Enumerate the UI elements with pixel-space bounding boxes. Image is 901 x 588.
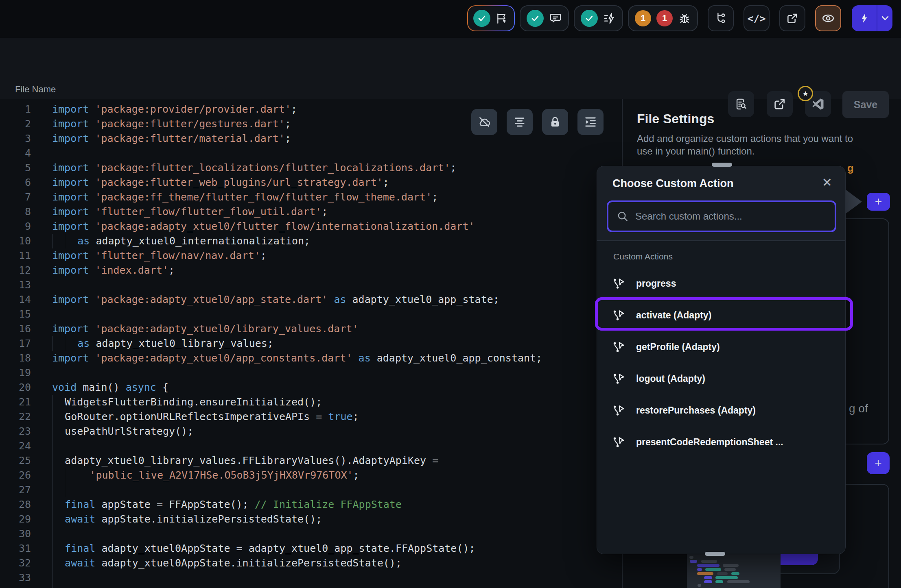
line-number: 9 bbox=[0, 219, 31, 234]
code-line: 12import 'index.dart'; bbox=[0, 263, 613, 278]
vscode-icon bbox=[811, 97, 825, 111]
custom-action-icon bbox=[612, 404, 625, 416]
code-line: 18import 'package:adapty_xtuel0/app_cons… bbox=[0, 351, 613, 366]
code-line: 16import 'package:adapty_xtuel0/library_… bbox=[0, 322, 613, 336]
clipped-gray-text: g of bbox=[849, 402, 868, 415]
top-toolbar: 1 1 bbox=[0, 0, 901, 38]
clipped-orange-text: g bbox=[847, 162, 854, 174]
search-input[interactable] bbox=[635, 211, 827, 222]
dialog-drag-handle[interactable] bbox=[712, 163, 732, 167]
code-line: 7import 'package:ff_theme/flutter_flow/f… bbox=[0, 190, 613, 205]
code-line: 20void main() async { bbox=[0, 380, 613, 395]
star-badge-icon: ★ bbox=[798, 86, 813, 101]
external-link-icon bbox=[786, 12, 799, 25]
code-line: 5import 'package:flutter_localizations/f… bbox=[0, 161, 613, 175]
line-number: 14 bbox=[0, 292, 31, 307]
line-number: 29 bbox=[0, 512, 31, 527]
code-snippet-illustration bbox=[687, 554, 781, 588]
illustration-pill bbox=[704, 580, 712, 583]
lightning-icon bbox=[852, 13, 877, 24]
custom-action-item[interactable]: getProfile (Adapty) bbox=[597, 331, 845, 363]
check-badge-icon bbox=[527, 10, 544, 27]
illustration-pill bbox=[689, 556, 693, 559]
line-number: 15 bbox=[0, 307, 31, 322]
illustration-pill bbox=[697, 572, 713, 575]
code-editor[interactable]: 1import 'package:provider/provider.dart'… bbox=[0, 99, 613, 588]
close-icon[interactable]: ✕ bbox=[822, 176, 832, 189]
code-line: 11import 'flutter_flow/nav/nav.dart'; bbox=[0, 248, 613, 263]
lock-button[interactable] bbox=[542, 109, 568, 135]
illustration-pill bbox=[724, 568, 736, 571]
code-line: 13 bbox=[0, 278, 613, 292]
format-align-button[interactable] bbox=[507, 109, 533, 135]
file-search-button[interactable] bbox=[728, 91, 754, 117]
line-number: 28 bbox=[0, 497, 31, 512]
search-box[interactable] bbox=[607, 200, 836, 232]
illustration-pill bbox=[723, 564, 739, 567]
chat-icon bbox=[549, 12, 562, 25]
dialog-drag-handle[interactable] bbox=[705, 552, 725, 556]
line-number: 27 bbox=[0, 483, 31, 497]
code-line: 27 bbox=[0, 483, 613, 497]
code-line: 34 runApp(MultiProvider( bbox=[0, 585, 613, 588]
choose-custom-action-dialog: Choose Custom Action ✕ Custom Actions pr… bbox=[597, 166, 846, 554]
preview-eye-button[interactable] bbox=[815, 5, 841, 31]
line-number: 5 bbox=[0, 161, 31, 175]
add-action-button[interactable]: + bbox=[867, 452, 890, 474]
app-window: 1 1 bbox=[0, 0, 901, 588]
dialog-title: Choose Custom Action bbox=[612, 177, 734, 190]
chevron-down-icon[interactable] bbox=[877, 16, 892, 21]
bug-icon bbox=[678, 12, 691, 25]
indent-button[interactable] bbox=[577, 109, 604, 135]
warning-count-badge: 1 bbox=[635, 10, 651, 26]
panel-description: Add and organize custom actions that you… bbox=[637, 132, 865, 157]
save-button[interactable]: Save bbox=[842, 91, 889, 118]
code-icon: </> bbox=[747, 13, 765, 24]
panel-title: File Settings bbox=[637, 111, 714, 126]
status-pill-optimizations[interactable] bbox=[574, 5, 623, 31]
line-number: 20 bbox=[0, 380, 31, 395]
line-number: 34 bbox=[0, 585, 31, 588]
line-number: 32 bbox=[0, 556, 31, 571]
line-number: 8 bbox=[0, 205, 31, 219]
run-split-button[interactable] bbox=[852, 5, 892, 31]
code-line: 19 bbox=[0, 366, 613, 380]
open-in-new-button[interactable] bbox=[767, 91, 793, 117]
line-number: 1 bbox=[0, 102, 31, 117]
code-line: 32 await adapty_xtuel0AppState.initializ… bbox=[0, 556, 613, 571]
file-header: File Name bbox=[0, 38, 901, 99]
line-number: 18 bbox=[0, 351, 31, 366]
line-number: 30 bbox=[0, 527, 31, 541]
line-number: 21 bbox=[0, 395, 31, 409]
illustration-pill bbox=[697, 568, 702, 571]
status-pill-issues[interactable]: 1 1 bbox=[628, 5, 698, 31]
status-pill-code-check[interactable] bbox=[467, 5, 515, 31]
add-action-button[interactable]: + bbox=[867, 193, 890, 211]
eye-icon bbox=[821, 11, 835, 25]
custom-action-item[interactable]: restorePurchases (Adapty) bbox=[597, 394, 845, 426]
line-number: 10 bbox=[0, 234, 31, 248]
custom-action-item[interactable]: activate (Adapty) bbox=[597, 299, 845, 331]
code-line: 17 as adapty_xtuel0_library_values; bbox=[0, 336, 613, 351]
custom-action-item[interactable]: progress bbox=[597, 268, 845, 299]
custom-action-item[interactable]: presentCodeRedemptionSheet ... bbox=[597, 426, 845, 458]
custom-action-label: presentCodeRedemptionSheet ... bbox=[636, 437, 783, 448]
line-number: 6 bbox=[0, 175, 31, 190]
editor-toolbar bbox=[471, 109, 604, 135]
line-number: 25 bbox=[0, 453, 31, 468]
check-badge-icon bbox=[581, 10, 598, 27]
status-pill-comments[interactable] bbox=[520, 5, 569, 31]
code-view-button[interactable]: </> bbox=[744, 5, 770, 31]
cloud-off-icon bbox=[477, 115, 491, 129]
custom-action-item[interactable]: logout (Adapty) bbox=[597, 363, 845, 394]
custom-action-label: activate (Adapty) bbox=[636, 310, 711, 321]
code-line: 15 bbox=[0, 307, 613, 322]
branch-tree-button[interactable] bbox=[708, 5, 734, 31]
custom-action-icon bbox=[612, 436, 625, 448]
cloud-off-button[interactable] bbox=[471, 109, 497, 135]
code-line: 21 WidgetsFlutterBinding.ensureInitializ… bbox=[0, 395, 613, 409]
open-external-button[interactable] bbox=[779, 5, 805, 31]
custom-action-icon bbox=[612, 309, 625, 321]
line-number: 16 bbox=[0, 322, 31, 336]
illustration-pill bbox=[701, 560, 717, 563]
